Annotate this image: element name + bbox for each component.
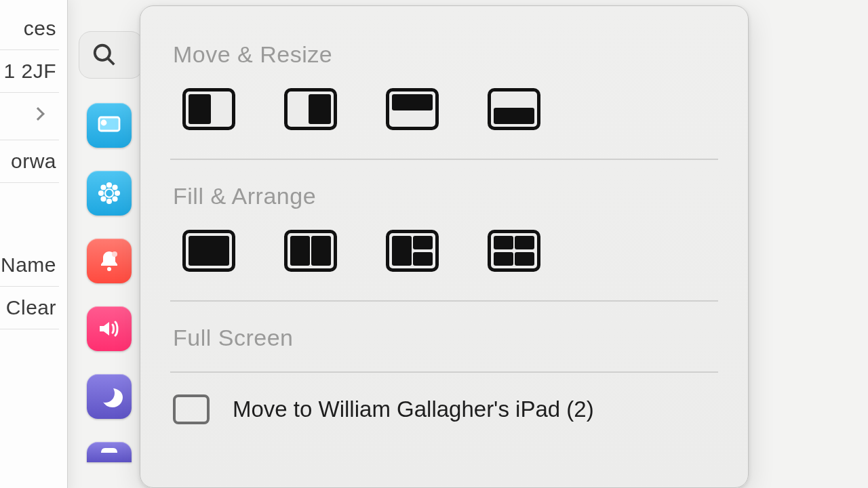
window-arrangement-popover: Move & Resize Fill & Arrange — [140, 5, 749, 488]
arrange-three-up-button[interactable] — [386, 230, 439, 272]
svg-point-13 — [107, 267, 111, 271]
section-title-full-screen: Full Screen — [173, 325, 718, 351]
chevron-right-icon — [31, 107, 45, 121]
svg-line-1 — [108, 58, 114, 64]
svg-point-4 — [105, 189, 113, 197]
tile-right-half-button[interactable] — [284, 88, 337, 130]
svg-point-5 — [107, 183, 111, 187]
bg-row: Name — [0, 244, 59, 287]
sound-app-icon[interactable] — [87, 306, 132, 351]
section-title-fill-arrange: Fill & Arrange — [173, 183, 718, 209]
svg-point-8 — [115, 191, 119, 195]
svg-point-14 — [112, 251, 117, 257]
svg-point-9 — [102, 186, 106, 190]
arrange-quarters-button[interactable] — [488, 230, 540, 272]
bg-row: orwa — [0, 140, 59, 183]
sidebar-apps — [87, 103, 132, 462]
svg-point-6 — [107, 199, 111, 203]
bg-row: ces — [0, 7, 59, 50]
divider — [170, 159, 718, 160]
arrange-two-up-button[interactable] — [284, 230, 337, 272]
screen-time-app-icon[interactable] — [87, 442, 132, 462]
focus-app-icon[interactable] — [87, 374, 132, 419]
fill-arrange-row — [170, 230, 718, 272]
tile-bottom-half-button[interactable] — [488, 88, 540, 130]
background-settings-list: ces 1 2JF orwa Name Clear — [0, 0, 68, 488]
search-icon — [92, 42, 117, 68]
notifications-app-icon[interactable] — [87, 239, 132, 283]
divider — [170, 300, 718, 302]
move-to-ipad-item[interactable]: Move to William Gallagher's iPad (2) — [170, 389, 718, 430]
svg-point-3 — [102, 121, 106, 125]
move-resize-row — [170, 88, 718, 130]
menu-item-label: Move to William Gallagher's iPad (2) — [233, 396, 594, 422]
svg-point-7 — [99, 191, 103, 195]
bg-row: 1 2JF — [0, 50, 59, 93]
bg-row — [0, 93, 59, 140]
svg-point-0 — [95, 45, 110, 60]
svg-point-12 — [113, 197, 117, 201]
screensaver-app-icon[interactable] — [87, 103, 132, 148]
svg-point-11 — [102, 197, 106, 201]
display-icon — [173, 394, 210, 424]
tile-top-half-button[interactable] — [386, 88, 439, 130]
bg-row: Clear — [0, 287, 59, 329]
fill-screen-button[interactable] — [182, 230, 235, 272]
svg-point-10 — [113, 186, 117, 190]
search-field[interactable] — [79, 31, 143, 79]
photos-app-icon[interactable] — [87, 171, 132, 216]
tile-left-half-button[interactable] — [182, 88, 235, 130]
section-title-move-resize: Move & Resize — [173, 41, 718, 68]
divider — [170, 371, 718, 373]
